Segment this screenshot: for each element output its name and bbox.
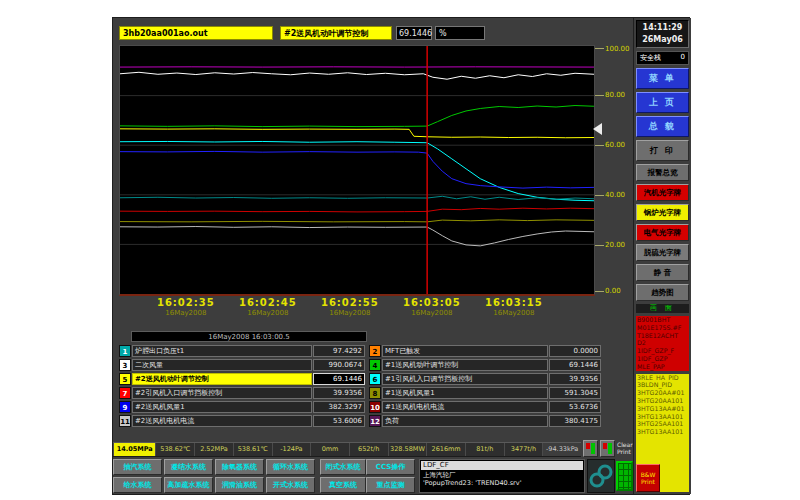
trend-plot[interactable] [119, 45, 595, 296]
pen-value: 53.6736 [549, 401, 601, 413]
legend-row[interactable]: 7 #2引风机入口调节挡板控制 39.9356 [119, 387, 365, 399]
legend-row[interactable]: 5 #2送风机动叶调节控制 69.1446 [119, 373, 365, 385]
y-tick-label: 80.00 [605, 91, 625, 99]
system-menu-button[interactable]: 润滑油系统 [215, 477, 264, 493]
y-tick-label: 0.00 [605, 287, 621, 295]
red-bar-icon [603, 443, 607, 449]
safety-stack-label: 安全栈 [640, 53, 661, 63]
system-menu-button[interactable]: 抽汽系统 [113, 459, 162, 475]
pen-color-chip: 4 [369, 359, 381, 371]
trend-page-button[interactable]: 趋势图 [636, 284, 689, 301]
alarm-tag[interactable]: D2 [637, 339, 688, 347]
legend-row[interactable]: 1 炉膛出口负压t1 97.4292 [119, 345, 365, 357]
pen-name: MFT已触发 [382, 345, 548, 357]
system-menu-button[interactable]: 循环水系统 [266, 459, 315, 475]
alarm-tag[interactable]: B9001BHT [637, 316, 688, 324]
nav-button[interactable]: 总 貌 [636, 116, 689, 137]
legend-row[interactable]: 4 #1送风机动叶调节控制 69.1446 [369, 359, 601, 371]
trend-topbar: 3hb20aa001ao.out #2送风机动叶调节控制 69.1446 % [117, 26, 631, 42]
sidebar: 14:11:29 26May06 安全栈 0 菜 单上 页总 貌 打 印 报警总… [633, 18, 691, 494]
system-menu-row-2: 给水系统高加疏水系统润滑油系统开式水系统真空系统重点监测 [113, 477, 419, 493]
alarm-tag[interactable]: 3RLE_HA_PID [637, 374, 688, 382]
console-line: 上海汽轮厂 [420, 471, 584, 479]
pen-color-chip: 12 [369, 415, 381, 427]
selected-tag-field[interactable]: #2送风机动叶调节控制 [280, 26, 392, 40]
x-tick: 16:02:35 16May2008 [157, 297, 215, 317]
legend-row[interactable]: 11 #2送风机电机电流 53.6006 [119, 415, 365, 427]
trend-panel: 3hb20aa001ao.out #2送风机动叶调节控制 69.1446 % 1… [113, 18, 633, 494]
legend-row[interactable]: 10 #1送风机电机电流 53.6736 [369, 401, 601, 413]
alarm-tag[interactable]: 1IDF_GZP_F [637, 347, 688, 355]
legend-row[interactable]: 2 MFT已触发 0.0000 [369, 345, 601, 357]
mute-button[interactable]: 静 音 [636, 264, 689, 281]
y-tick: 80.00 [595, 91, 625, 99]
console-message-box: LDF_CF 上海汽轮厂 'PopupTrend23: 'TREND40.srv… [419, 459, 585, 493]
legend-row[interactable]: 12 负荷 380.4175 [369, 415, 601, 427]
y-tick: 40.00 [595, 191, 625, 199]
lamp-button[interactable]: 电气光字牌 [636, 224, 689, 241]
x-tick-time: 16:03:15 [485, 297, 543, 308]
status-value: 2.52MPa [194, 443, 233, 456]
status-value: 328.58MW [388, 443, 427, 456]
alarm-tag[interactable]: 3HTG25AA101 [637, 420, 688, 428]
pen-value: 69.1446 [313, 373, 365, 385]
value-pointer-icon[interactable] [593, 123, 602, 135]
lamp-button[interactable]: 汽机光字牌 [636, 184, 689, 201]
alarm-tag[interactable]: 3BLDN_PID [637, 381, 688, 389]
pen-value: 0.0000 [549, 345, 601, 357]
x-tick-time: 16:02:35 [157, 297, 215, 308]
lamp-button[interactable]: 锅炉光字牌 [636, 204, 689, 221]
sidebar-clock: 14:11:29 26May06 [636, 20, 689, 48]
alarm-tag[interactable]: MLE_PAP [637, 363, 688, 371]
system-menu-button[interactable]: 闭式水系统 [320, 459, 366, 475]
tick-mark [595, 195, 604, 196]
legend-row[interactable]: 8 #1送风机风量1 591.3045 [369, 387, 601, 399]
system-menu-button[interactable]: 真空系统 [320, 477, 366, 493]
legend-row[interactable]: 9 #2送风机风量1 382.3297 [119, 401, 365, 413]
system-menu-button[interactable]: 除氧器系统 [215, 459, 264, 475]
x-tick-time: 16:02:45 [239, 297, 297, 308]
clock-time: 14:11:29 [637, 22, 688, 34]
system-menu-button[interactable]: 重点监测 [366, 477, 415, 493]
link-icon[interactable] [587, 459, 615, 493]
system-menu-button[interactable]: 凝结水系统 [164, 459, 213, 475]
legend-row[interactable]: 3 二次风量 990.0674 [119, 359, 365, 371]
console-title[interactable]: LDF_CF [421, 461, 583, 470]
pen-scale-zone: Clear Print [583, 438, 633, 458]
system-menu-button[interactable]: 高加疏水系统 [164, 477, 213, 493]
bw-print-button[interactable]: B&W Print [636, 464, 660, 492]
pen-scale-icon[interactable] [583, 440, 598, 457]
x-tick-time: 16:03:05 [403, 297, 461, 308]
pen-value: 591.3045 [549, 387, 601, 399]
pen-scale-icon[interactable] [600, 440, 615, 457]
system-menu-button[interactable]: 开式水系统 [266, 477, 315, 493]
legend-row[interactable]: 6 #1引风机入口调节挡板控制 39.9356 [369, 373, 601, 385]
alarm-summary-button[interactable]: 报警总览 [636, 164, 689, 181]
clear-print-label[interactable]: Clear Print [617, 441, 633, 455]
trend-file-field[interactable]: 3hb20aa001ao.out [119, 26, 273, 40]
alarm-tag[interactable]: T18E12ACHT [637, 332, 688, 340]
print-button[interactable]: 打 印 [636, 140, 689, 161]
lamp-button[interactable]: 脱硫光字牌 [636, 244, 689, 261]
alarm-tag[interactable]: 3HTG20AA#01 [637, 389, 688, 397]
system-menu-button[interactable]: CCS操作 [366, 459, 415, 475]
legend-column-left: 1 炉膛出口负压t1 97.4292 3 二次风量 990.0674 5 #2送… [119, 345, 365, 429]
alarm-tag[interactable]: M01E175S.#F [637, 324, 688, 332]
screen-grid-button[interactable] [616, 461, 633, 491]
nav-button[interactable]: 上 页 [636, 92, 689, 113]
tick-mark [595, 245, 604, 246]
alarm-tag[interactable]: 1IDF_GZP [637, 355, 688, 363]
status-value: -124Pa [272, 443, 311, 456]
y-tick: 20.00 [595, 241, 625, 249]
nav-button[interactable]: 菜 单 [636, 68, 689, 89]
alarm-tag[interactable]: 3HTG13AA101 [637, 428, 688, 436]
alarm-tag[interactable]: 3HTG13AA#01 [637, 405, 688, 413]
alarm-tag[interactable]: 3HTG13AA101 [637, 413, 688, 421]
alarm-tag[interactable]: 3HTG20AA101 [637, 397, 688, 405]
nav-buttons: 菜 单上 页总 貌 [636, 68, 689, 137]
process-status-bar: 14.05MPa538.62℃2.52MPa538.61℃-124Pa0mm65… [113, 442, 581, 457]
legend-column-right: 2 MFT已触发 0.0000 4 #1送风机动叶调节控制 69.1446 6 … [369, 345, 601, 429]
status-value: 652t/h [349, 443, 388, 456]
y-tick: 60.00 [595, 141, 625, 149]
system-menu-button[interactable]: 给水系统 [113, 477, 162, 493]
